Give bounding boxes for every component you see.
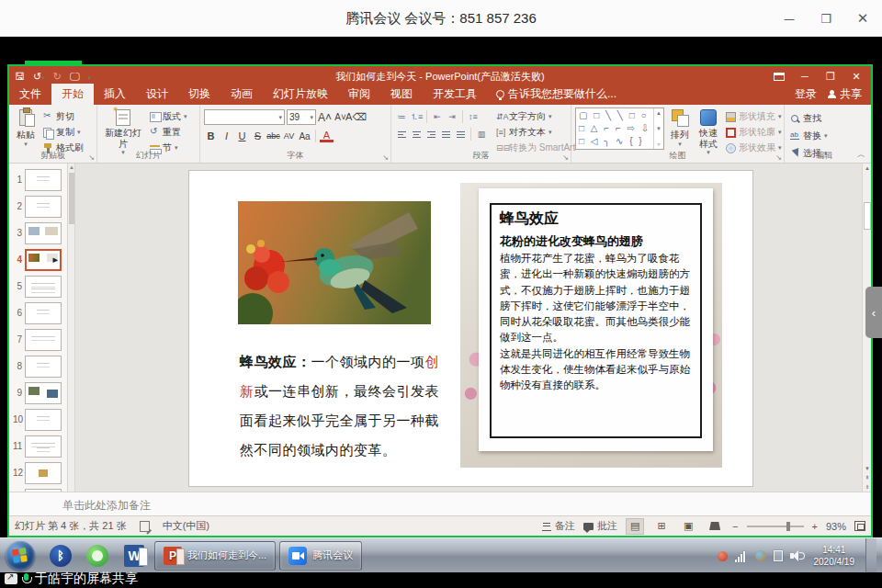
- zoom-slider-thumb[interactable]: [786, 522, 790, 531]
- slide-4[interactable]: 蜂鸟效应：一个领域内的一项创新或一连串创新，最终会引发表面看起来似乎完全属于另一…: [188, 170, 753, 487]
- line-spacing-icon[interactable]: ↕≡: [467, 110, 480, 123]
- ribbon-display-options-icon[interactable]: [768, 68, 790, 85]
- clear-formatting-icon[interactable]: A⌫: [349, 110, 363, 125]
- thumbnail-slide-5[interactable]: 5: [9, 274, 67, 300]
- tab-home[interactable]: 开始: [51, 84, 94, 105]
- tab-file[interactable]: 文件: [9, 84, 51, 105]
- columns-icon[interactable]: ▥: [475, 128, 488, 141]
- thumbnail-slide-12[interactable]: 12: [9, 460, 67, 486]
- browser-taskbar-icon[interactable]: [82, 542, 113, 570]
- layout-button[interactable]: 版式▾: [148, 109, 189, 124]
- start-button[interactable]: [6, 541, 35, 571]
- shapes-gallery-scroll[interactable]: ▲▼▿: [653, 108, 663, 149]
- notes-pane[interactable]: 单击此处添加备注: [9, 492, 871, 515]
- thumbnail-slide-10[interactable]: 10: [9, 407, 67, 433]
- tab-animations[interactable]: 动画: [220, 84, 263, 105]
- thumbnail-slide-1[interactable]: 1: [9, 167, 67, 193]
- shape-fill-button[interactable]: 形状填充▾: [724, 109, 784, 124]
- tell-me-box[interactable]: 告诉我您想要做什么...: [487, 84, 626, 105]
- dialog-launcher-icon[interactable]: ↘: [562, 153, 569, 162]
- taskbar-clock[interactable]: 14:41 2020/4/19: [810, 544, 859, 568]
- show-desktop-button[interactable]: [865, 538, 876, 573]
- word-taskbar-icon[interactable]: W: [119, 542, 150, 570]
- quick-styles-button[interactable]: 快速样式▾: [695, 107, 721, 152]
- accessibility-check-icon[interactable]: [140, 521, 150, 532]
- bold-button[interactable]: B: [204, 129, 218, 143]
- thumbnail-slide-8[interactable]: 8: [9, 354, 67, 379]
- comments-toggle[interactable]: 批注: [583, 519, 617, 533]
- zoom-percentage[interactable]: 93%: [826, 521, 846, 532]
- maximize-icon[interactable]: ❒: [814, 6, 838, 30]
- font-color-button[interactable]: A: [320, 130, 334, 142]
- thumbnail-scrollbar[interactable]: ▲: [68, 164, 75, 492]
- font-size-combobox[interactable]: 39▾: [287, 109, 316, 125]
- thumbnail-slide-7[interactable]: 7: [9, 327, 67, 353]
- text-direction-button[interactable]: ⇵A文字方向▾: [494, 109, 583, 124]
- find-button[interactable]: 查找: [788, 111, 860, 126]
- ppt-maximize-icon[interactable]: ❒: [820, 68, 842, 85]
- volume-icon[interactable]: [790, 549, 803, 562]
- thumbnail-slide-4-selected[interactable]: 4▸: [9, 247, 67, 273]
- align-center-icon[interactable]: [410, 128, 423, 141]
- bullets-icon[interactable]: ≔: [395, 110, 408, 123]
- tab-developer[interactable]: 开发工具: [423, 84, 487, 105]
- network-signal-icon[interactable]: [735, 551, 748, 562]
- align-text-button[interactable]: [≡]对齐文本▾: [494, 125, 583, 140]
- notes-toggle[interactable]: 备注: [542, 519, 575, 533]
- thumbnail-slide-6[interactable]: 6: [9, 300, 67, 326]
- minimize-icon[interactable]: ─: [777, 6, 801, 30]
- thumbnail-slide-3[interactable]: 3: [9, 220, 67, 246]
- decrease-indent-icon[interactable]: ⇤: [431, 110, 444, 123]
- shape-outline-button[interactable]: 形状轮廓▾: [724, 125, 784, 140]
- tray-app-icon-2[interactable]: [755, 550, 766, 561]
- strikethrough-button[interactable]: S: [251, 129, 265, 143]
- language-indicator[interactable]: 中文(中国): [163, 519, 209, 533]
- share-button[interactable]: 共享: [828, 86, 862, 102]
- normal-view-icon[interactable]: ▤: [626, 518, 644, 535]
- dialog-launcher-icon[interactable]: ↘: [775, 153, 782, 162]
- close-icon[interactable]: ✕: [851, 6, 875, 30]
- numbering-icon[interactable]: ⒈≡: [410, 110, 423, 123]
- align-right-icon[interactable]: [424, 128, 437, 141]
- tray-app-icon[interactable]: [718, 551, 728, 561]
- replace-button[interactable]: 替换▾: [788, 129, 860, 143]
- ppt-close-icon[interactable]: ✕: [845, 68, 867, 85]
- slideshow-view-icon[interactable]: [706, 518, 724, 535]
- thumbnail-slide-9[interactable]: 9: [9, 380, 67, 406]
- bluetooth-taskbar-icon[interactable]: ᛒ: [45, 542, 76, 570]
- arrange-button[interactable]: 排列▾: [667, 107, 693, 152]
- tray-clipboard-icon[interactable]: [774, 550, 783, 561]
- change-case-icon[interactable]: Aa: [298, 129, 311, 143]
- reading-view-icon[interactable]: ▣: [679, 518, 697, 535]
- ppt-minimize-icon[interactable]: ─: [794, 68, 816, 85]
- hummingbird-effect-card[interactable]: 蜂鸟效应 花粉的进化改变蜂鸟的翅膀 植物开花产生了花蜜，蜂鸟为了吸食花蜜，进化出…: [460, 183, 722, 468]
- slide-sorter-view-icon[interactable]: ⊞: [652, 518, 671, 535]
- tab-insert[interactable]: 插入: [94, 84, 136, 105]
- increase-indent-icon[interactable]: ⇥: [446, 110, 458, 123]
- zoom-slider[interactable]: [747, 526, 804, 527]
- justify-icon[interactable]: [439, 128, 452, 141]
- dialog-launcher-icon[interactable]: ↘: [382, 153, 389, 162]
- tab-review[interactable]: 审阅: [338, 84, 380, 105]
- dialog-launcher-icon[interactable]: ↘: [88, 153, 95, 162]
- scroll-down-icon[interactable]: ▼: [863, 464, 872, 473]
- reset-button[interactable]: 重置: [148, 125, 189, 140]
- align-left-icon[interactable]: [395, 128, 408, 141]
- login-button[interactable]: 登录: [795, 86, 817, 102]
- meeting-panel-handle[interactable]: ‹: [865, 287, 882, 338]
- collapse-ribbon-icon[interactable]: ︿: [857, 149, 865, 161]
- thumbnail-slide-11[interactable]: 11: [9, 434, 67, 459]
- tab-slideshow[interactable]: 幻灯片放映: [263, 84, 338, 105]
- font-name-combobox[interactable]: ▾: [204, 109, 285, 125]
- tab-design[interactable]: 设计: [136, 84, 178, 105]
- powerpoint-task-button[interactable]: P 我们如何走到今...: [154, 541, 276, 571]
- shapes-gallery[interactable]: ▢ □ ╲ ╲ □ ○ □ △ ⌐ ⌐ ⇨ ⇩ □ ◁ ╮ ∿ { } ▲▼▿: [575, 107, 664, 150]
- definition-textbox[interactable]: 蜂鸟效应：一个领域内的一项创新或一连串创新，最终会引发表面看起来似乎完全属于另一…: [240, 347, 453, 465]
- italic-button[interactable]: I: [220, 129, 233, 143]
- grow-font-icon[interactable]: A˄: [318, 110, 332, 125]
- slide-thumbnail-panel[interactable]: 1 2 3 4▸ 5 6 7 8 9 10 11 12 13: [9, 164, 68, 492]
- tab-view[interactable]: 视图: [380, 84, 423, 105]
- fit-to-window-icon[interactable]: [854, 521, 865, 531]
- thumbnail-slide-2[interactable]: 2: [9, 194, 67, 220]
- cut-button[interactable]: 剪切: [41, 109, 85, 124]
